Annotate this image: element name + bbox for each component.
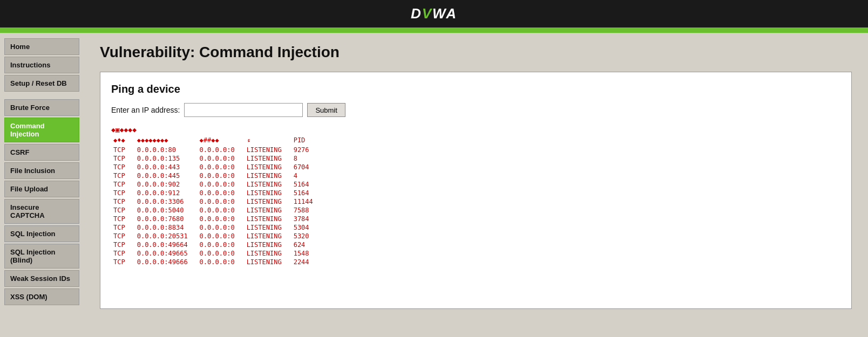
table-row: TCP0.0.0.0:4430.0.0.0:0LISTENING6704 [111,163,323,171]
sidebar-item-home[interactable]: Home [4,38,79,55]
table-cell: 4 [291,171,323,180]
table-cell: LISTENING [245,180,291,189]
table-cell: 0.0.0.0:0 [198,258,245,266]
table-cell: 9276 [291,146,323,154]
table-cell: 0.0.0.0:0 [198,189,245,197]
sidebar-item-file-upload[interactable]: File Upload [4,181,79,197]
page-title: Vulnerability: Command Injection [100,44,852,61]
col-header-proto: ◆♦◆ [111,136,135,146]
table-cell: TCP [111,232,135,240]
table-cell: LISTENING [245,163,291,171]
col-header-local: ◆◆◆◆◆◆◆◆ [135,136,198,146]
table-row: TCP0.0.0.0:496660.0.0.0:0LISTENING2244 [111,258,323,266]
table-cell: LISTENING [245,232,291,240]
table-cell: 0.0.0.0:80 [135,146,198,154]
table-cell: 0.0.0.0:20531 [135,232,198,240]
table-cell: 0.0.0.0:135 [135,154,198,163]
table-cell: TCP [111,258,135,266]
col-header-pid: PID [291,136,323,146]
ping-form: Enter an IP address: Submit [111,103,840,117]
table-cell: 5320 [291,232,323,240]
sidebar-item-setup[interactable]: Setup / Reset DB [4,75,79,92]
sidebar-item-weak-session-ids[interactable]: Weak Session IDs [4,270,79,287]
table-cell: TCP [111,189,135,197]
table-row: TCP0.0.0.0:496650.0.0.0:0LISTENING1548 [111,249,323,258]
table-cell: 0.0.0.0:0 [198,154,245,163]
sidebar-item-insecure-captcha[interactable]: Insecure CAPTCHA [4,199,79,224]
table-cell: 0.0.0.0:0 [198,146,245,154]
table-cell: TCP [111,249,135,258]
sidebar: Home Instructions Setup / Reset DB Brute… [0,33,84,337]
table-cell: LISTENING [245,249,291,258]
sidebar-divider [4,95,79,99]
table-cell: LISTENING [245,215,291,223]
table-cell: TCP [111,163,135,171]
table-cell: LISTENING [245,154,291,163]
table-cell: 5164 [291,180,323,189]
sidebar-vuln-section: Brute Force Command Injection CSRF File … [4,99,79,305]
table-row: TCP0.0.0.0:800.0.0.0:0LISTENING9276 [111,146,323,154]
table-cell: 0.0.0.0:0 [198,197,245,206]
col-header-foreign: ◆##◆◆ [198,136,245,146]
table-cell: 0.0.0.0:0 [198,215,245,223]
sidebar-item-sql-injection[interactable]: SQL Injection [4,225,79,242]
sidebar-item-csrf[interactable]: CSRF [4,144,79,161]
ip-label: Enter an IP address: [111,106,180,114]
app-header: DVWA [0,0,868,30]
ip-input[interactable] [184,103,303,117]
table-cell: TCP [111,206,135,215]
table-row: TCP0.0.0.0:33060.0.0.0:0LISTENING11144 [111,197,323,206]
table-cell: TCP [111,197,135,206]
table-cell: 0.0.0.0:5040 [135,206,198,215]
table-cell: 0.0.0.0:0 [198,240,245,249]
table-cell: 0.0.0.0:0 [198,163,245,171]
table-cell: LISTENING [245,171,291,180]
table-cell: LISTENING [245,189,291,197]
page-layout: Home Instructions Setup / Reset DB Brute… [0,33,868,337]
command-output: ◆▣◆◆◆◆ ◆♦◆ ◆◆◆◆◆◆◆◆ ◆##◆◆ ﺀ PID TCP0.0.0… [111,126,840,266]
table-cell: TCP [111,171,135,180]
table-cell: 0.0.0.0:49666 [135,258,198,266]
sidebar-item-brute-force[interactable]: Brute Force [4,99,79,116]
table-cell: LISTENING [245,146,291,154]
table-cell: 0.0.0.0:49665 [135,249,198,258]
table-cell: 2244 [291,258,323,266]
netstat-rows: TCP0.0.0.0:800.0.0.0:0LISTENING9276TCP0.… [111,146,323,266]
table-cell: 11144 [291,197,323,206]
table-cell: 1548 [291,249,323,258]
table-cell: 0.0.0.0:0 [198,180,245,189]
table-header-row: ◆♦◆ ◆◆◆◆◆◆◆◆ ◆##◆◆ ﺀ PID [111,136,323,146]
table-cell: TCP [111,240,135,249]
table-cell: TCP [111,223,135,232]
netstat-table: ◆♦◆ ◆◆◆◆◆◆◆◆ ◆##◆◆ ﺀ PID TCP0.0.0.0:800.… [111,136,323,266]
table-cell: 5304 [291,223,323,232]
table-cell: LISTENING [245,258,291,266]
table-row: TCP0.0.0.0:9120.0.0.0:0LISTENING5164 [111,189,323,197]
table-cell: 5164 [291,189,323,197]
sidebar-item-instructions[interactable]: Instructions [4,57,79,73]
table-row: TCP0.0.0.0:50400.0.0.0:0LISTENING7588 [111,206,323,215]
sidebar-top-section: Home Instructions Setup / Reset DB [4,38,79,92]
table-cell: LISTENING [245,206,291,215]
sidebar-item-file-inclusion[interactable]: File Inclusion [4,162,79,179]
table-cell: 624 [291,240,323,249]
table-cell: 0.0.0.0:445 [135,171,198,180]
output-header-chars: ◆▣◆◆◆◆ [111,126,840,134]
table-cell: LISTENING [245,223,291,232]
section-title: Ping a device [111,83,840,95]
content-box: Ping a device Enter an IP address: Submi… [100,72,852,309]
table-cell: 0.0.0.0:0 [198,249,245,258]
table-cell: 6704 [291,163,323,171]
sidebar-item-sql-injection-blind[interactable]: SQL Injection (Blind) [4,244,79,269]
submit-button[interactable]: Submit [307,103,345,117]
table-cell: TCP [111,215,135,223]
table-cell: TCP [111,154,135,163]
sidebar-item-xss-dom[interactable]: XSS (DOM) [4,288,79,305]
table-row: TCP0.0.0.0:1350.0.0.0:0LISTENING8 [111,154,323,163]
table-cell: LISTENING [245,240,291,249]
table-cell: 0.0.0.0:3306 [135,197,198,206]
sidebar-item-command-injection[interactable]: Command Injection [4,118,79,142]
table-cell: 0.0.0.0:49664 [135,240,198,249]
app-logo: DVWA [411,5,457,22]
table-cell: 7588 [291,206,323,215]
